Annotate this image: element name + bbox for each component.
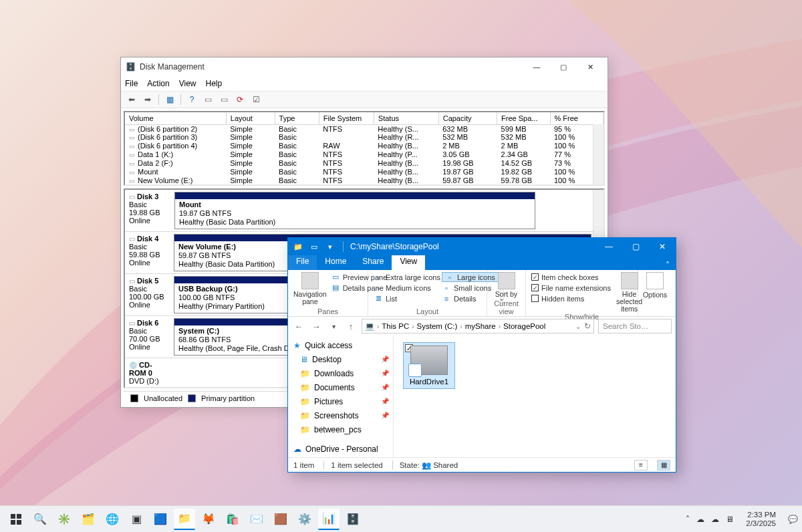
onedrive-tray-icon[interactable]: ☁	[696, 515, 704, 524]
system-tray[interactable]: ˄ ☁ ☁ 🖥 2:33 PM 2/3/2025 💬	[686, 511, 798, 528]
col-header[interactable]: Free Spa...	[497, 112, 550, 124]
nav-item[interactable]: 📁Screenshots📌	[288, 408, 393, 422]
explorer-taskbar-icon[interactable]: 📁	[174, 509, 195, 530]
col-header[interactable]: File System	[319, 112, 374, 124]
network-tray-icon[interactable]: ☁	[711, 515, 719, 524]
store-icon[interactable]: 🛍️	[222, 509, 243, 530]
tab-file[interactable]: File	[288, 255, 317, 270]
app-icon[interactable]: 🟫	[270, 509, 291, 530]
terminal-icon[interactable]: ▣	[126, 509, 147, 530]
refresh-icon[interactable]: ↻	[584, 321, 591, 331]
maximize-button[interactable]: ▢	[550, 59, 577, 75]
nav-item[interactable]: 📁between_pcs	[288, 422, 393, 436]
volume-row[interactable]: (Disk 6 partition 4)SimpleBasicRAWHealth…	[125, 142, 604, 150]
sort-by-button[interactable]: Sort by	[489, 272, 524, 298]
refresh-icon[interactable]: ⟳	[233, 93, 247, 106]
options-button[interactable]: Options	[638, 272, 672, 299]
crumb-system[interactable]: System (C:)	[417, 322, 458, 330]
maximize-button[interactable]: ▢	[622, 238, 649, 255]
file-harddrive1[interactable]: ✓ HardDrive1	[403, 342, 455, 389]
qat-new-icon[interactable]: ▾	[324, 241, 336, 253]
layout-list[interactable]: ≣List	[374, 293, 440, 303]
nav-item[interactable]: 📁Pictures📌	[288, 394, 393, 408]
nav-item[interactable]: 📁Downloads📌	[288, 366, 393, 380]
tab-share[interactable]: Share	[354, 255, 392, 270]
disk-row[interactable]: ▭Disk 3Basic19.88 GBOnline Mount19.87 GB…	[125, 190, 604, 232]
scrollbar[interactable]	[593, 124, 604, 184]
nav-tree[interactable]: ★Quick access🖥Desktop📌📁Downloads📌📁Docume…	[288, 336, 394, 457]
nav-item[interactable]: ☁OneDrive - Personal	[288, 442, 393, 456]
nav-item[interactable]: 📁Documents📌	[288, 380, 393, 394]
copilot-icon[interactable]: ✳️	[53, 509, 75, 530]
menu-view[interactable]: View	[179, 79, 196, 88]
layout-md[interactable]: ▫Medium icons	[374, 283, 440, 293]
minimize-button[interactable]: —	[595, 238, 622, 255]
menu-help[interactable]: Help	[206, 79, 223, 88]
forward-button[interactable]: →	[309, 319, 323, 333]
volume-row[interactable]: New Volume (E:)SimpleBasicNTFSHealthy (B…	[125, 176, 604, 184]
notifications-icon[interactable]: 💬	[788, 515, 798, 524]
clock[interactable]: 2:33 PM 2/3/2025	[746, 511, 776, 528]
ribbon-collapse-icon[interactable]: ˄	[660, 261, 676, 270]
col-header[interactable]: Status	[374, 112, 438, 124]
diskmgmt-taskbar-icon[interactable]: 📊	[318, 509, 340, 530]
partition[interactable]: Mount19.87 GB NTFSHealthy (Basic Data Pa…	[174, 192, 535, 229]
col-header[interactable]: Capacity	[438, 112, 497, 124]
volume-row[interactable]: (Disk 6 partition 2)SimpleBasicNTFSHealt…	[125, 124, 604, 133]
volume-row[interactable]: Data 1 (K:)SimpleBasicNTFSHealthy (P...3…	[125, 150, 604, 159]
search-input[interactable]: Search Sto…	[598, 319, 672, 334]
file-extensions-toggle[interactable]: ✓File name extensions	[531, 283, 611, 293]
breadcrumb[interactable]: 💻› This PC› System (C:)› myShare› Storag…	[362, 319, 594, 334]
hidden-items-toggle[interactable]: Hidden items	[531, 293, 611, 303]
up-button[interactable]: ↑	[344, 319, 358, 333]
icons-view-button[interactable]: ▦	[657, 460, 670, 471]
crumb-this-pc[interactable]: This PC	[382, 322, 409, 330]
close-button[interactable]: ✕	[577, 59, 604, 75]
back-button[interactable]: ←	[292, 319, 305, 333]
forward-icon[interactable]: ➡	[141, 93, 154, 106]
volume-tray-icon[interactable]: 🖥	[726, 515, 734, 524]
qat-props-icon[interactable]: ▭	[308, 241, 320, 253]
firefox-icon[interactable]: 🦊	[198, 509, 219, 530]
menu-action[interactable]: Action	[147, 79, 169, 88]
nav-item[interactable]: ★Quick access	[288, 338, 393, 352]
tab-view[interactable]: View	[392, 255, 425, 270]
col-header[interactable]: Volume	[125, 112, 226, 124]
volume-row[interactable]: MountSimpleBasicNTFSHealthy (B...19.87 G…	[125, 167, 604, 176]
menu-file[interactable]: File	[125, 79, 138, 88]
nav-pane-button[interactable]: Navigation pane	[293, 272, 327, 305]
properties-icon[interactable]: ☑	[249, 93, 263, 106]
settings-icon[interactable]: ⚙️	[294, 509, 315, 530]
ex-titlebar[interactable]: 📁 ▭ ▾ C:\myShare\StoragePool — ▢ ✕	[288, 238, 676, 255]
nav-item[interactable]: 🖥Desktop📌	[288, 352, 393, 366]
col-header[interactable]: Layout	[226, 112, 275, 124]
tab-home[interactable]: Home	[317, 255, 354, 270]
col-header[interactable]: % Free	[550, 112, 604, 124]
vscode-icon[interactable]: 🟦	[150, 509, 171, 530]
toolbar-btn[interactable]: ▭	[201, 93, 215, 106]
volume-row[interactable]: Data 2 (F:)SimpleBasicNTFSHealthy (B...1…	[125, 159, 604, 168]
volume-list[interactable]: VolumeLayoutTypeFile SystemStatusCapacit…	[124, 111, 605, 186]
minimize-button[interactable]: —	[523, 59, 550, 75]
item-checkboxes-toggle[interactable]: ✓Item check boxes	[531, 272, 611, 282]
toolbar-btn2[interactable]: ▭	[217, 93, 231, 106]
back-icon[interactable]: ⬅	[125, 93, 138, 106]
search-button[interactable]: 🔍	[29, 509, 51, 530]
mail-icon[interactable]: ✉️	[246, 509, 267, 530]
layout-xl[interactable]: ▫Extra large icons	[374, 272, 440, 282]
close-button[interactable]: ✕	[649, 238, 676, 255]
app2-icon[interactable]: 🗄️	[342, 509, 364, 530]
tray-chevron-icon[interactable]: ˄	[686, 515, 690, 524]
file-list[interactable]: ✓ HardDrive1	[394, 336, 676, 457]
list-view-icon[interactable]: ▦	[163, 93, 176, 106]
history-dropdown[interactable]: ▾	[327, 319, 340, 333]
volume-row[interactable]: (Disk 6 partition 3)SimpleBasicHealthy (…	[125, 133, 604, 142]
dm-titlebar[interactable]: 🗄️ Disk Management — ▢ ✕	[121, 57, 608, 76]
crumb-myshare[interactable]: myShare	[465, 322, 496, 330]
help-toolbar-icon[interactable]: ?	[185, 93, 198, 106]
address-dropdown-icon[interactable]: ⌄	[575, 323, 581, 330]
start-button[interactable]	[5, 509, 27, 530]
task-view-icon[interactable]: 🗂️	[78, 509, 99, 530]
edge-icon[interactable]: 🌐	[102, 509, 123, 530]
col-header[interactable]: Type	[275, 112, 319, 124]
